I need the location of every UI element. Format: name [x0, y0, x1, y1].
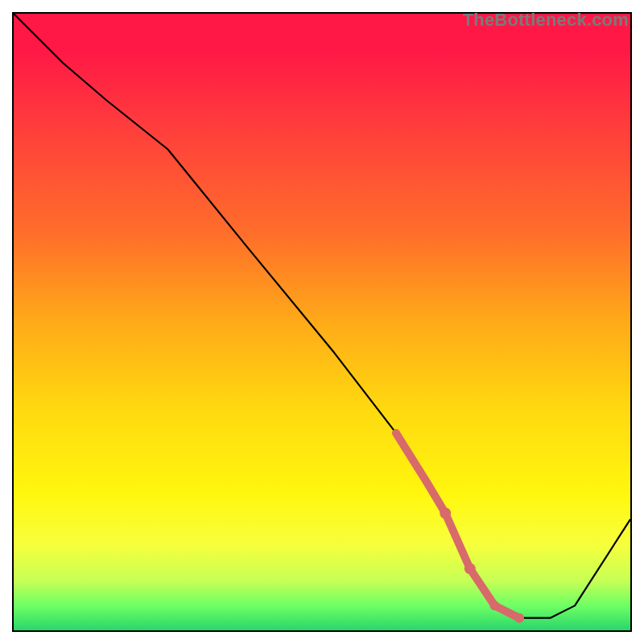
- highlight-dot: [464, 563, 476, 574]
- bottleneck-chart: TheBottleneck.com: [0, 0, 644, 644]
- highlighted-range-line: [396, 433, 519, 618]
- highlight-dot: [490, 601, 500, 610]
- highlight-dot: [514, 613, 524, 623]
- chart-svg: [14, 14, 630, 630]
- plot-area: TheBottleneck.com: [12, 12, 632, 632]
- bottleneck-curve-line: [14, 14, 630, 618]
- highlight-dot: [440, 507, 451, 518]
